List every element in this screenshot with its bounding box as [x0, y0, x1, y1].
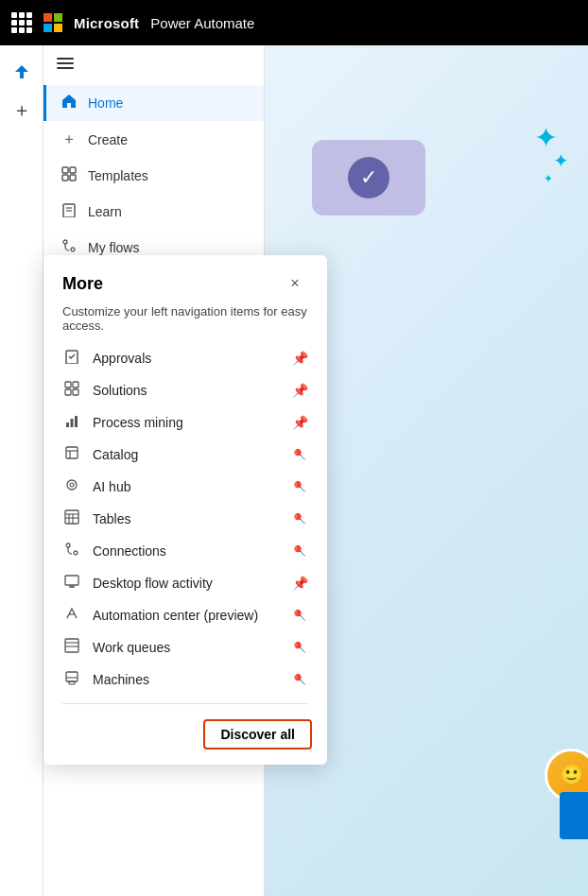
more-item-desktop-flow-label: Desktop flow activity: [93, 576, 213, 591]
nav-item-templates[interactable]: Templates: [43, 158, 264, 194]
more-item-solutions-label: Solutions: [93, 383, 147, 398]
pin-icon-process-mining[interactable]: 📌: [292, 415, 308, 430]
nav-item-learn[interactable]: Learn: [43, 194, 264, 230]
solutions-item-icon: [62, 381, 81, 400]
discover-all-button[interactable]: Discover all: [203, 719, 312, 750]
add-button[interactable]: ＋: [5, 93, 39, 127]
machines-item-icon: [62, 670, 81, 689]
svg-rect-48: [65, 639, 78, 652]
svg-rect-26: [73, 382, 78, 388]
pin-icon-approvals[interactable]: 📌: [292, 351, 308, 366]
learn-icon: [60, 202, 78, 221]
svg-point-10: [63, 240, 67, 244]
more-item-machines-label: Machines: [93, 672, 149, 687]
svg-rect-29: [66, 422, 69, 427]
more-item-automation-center-label: Automation center (preview): [93, 608, 258, 623]
more-panel: More × Customize your left navigation it…: [43, 255, 327, 765]
more-item-process-mining[interactable]: Process mining 📌: [51, 406, 320, 439]
svg-rect-44: [65, 576, 78, 585]
more-item-catalog[interactable]: Catalog 📍: [51, 439, 320, 471]
nav-label-home: Home: [88, 95, 123, 111]
more-item-ai-hub[interactable]: AI hub 📍: [51, 471, 320, 503]
app-launcher-button[interactable]: [11, 12, 32, 33]
more-item-desktop-flow-activity[interactable]: Desktop flow activity 📌: [51, 567, 320, 599]
pin-icon-desktop-flow[interactable]: 📌: [292, 576, 308, 591]
more-item-tables-label: Tables: [93, 511, 130, 526]
svg-rect-4: [70, 167, 76, 173]
catalog-item-icon: [62, 445, 81, 464]
svg-rect-30: [71, 419, 74, 427]
more-item-ai-hub-label: AI hub: [93, 479, 130, 494]
automation-center-item-icon: [62, 606, 81, 625]
nav-label-templates: Templates: [88, 168, 148, 183]
more-panel-divider: [62, 703, 308, 704]
create-icon: ＋: [60, 129, 78, 149]
pin-icon-connections[interactable]: 📍: [289, 540, 311, 561]
nav-label-learn: Learn: [88, 204, 122, 219]
more-item-tables[interactable]: Tables 📍: [51, 503, 320, 535]
desktop-flow-item-icon: [62, 574, 81, 593]
more-panel-description: Customize your left navigation items for…: [43, 304, 327, 342]
primary-nav: Home ＋ Create Templates: [43, 81, 264, 269]
hero-card: ✓: [312, 140, 425, 215]
home-icon: [60, 94, 78, 112]
svg-rect-5: [62, 175, 68, 181]
connections-item-icon: [62, 542, 81, 560]
more-item-solutions[interactable]: Solutions 📌: [51, 374, 320, 406]
more-panel-close-button[interactable]: ×: [282, 270, 308, 297]
power-automate-icon[interactable]: [5, 55, 39, 89]
nav-item-create[interactable]: ＋ Create: [43, 121, 264, 158]
more-item-connections[interactable]: Connections 📍: [51, 535, 320, 567]
topbar: Microsoft Power Automate: [0, 0, 588, 45]
svg-rect-52: [69, 681, 75, 684]
close-icon: ×: [290, 275, 299, 292]
work-queues-item-icon: [62, 638, 81, 657]
pin-icon-ai-hub[interactable]: 📍: [289, 475, 311, 497]
svg-point-35: [67, 480, 77, 490]
more-panel-footer: Discover all: [43, 712, 327, 750]
pin-icon-solutions[interactable]: 📌: [292, 383, 308, 398]
more-panel-title: More: [62, 274, 103, 294]
microsoft-logo: [43, 13, 62, 32]
svg-rect-32: [66, 447, 78, 458]
templates-icon: [60, 166, 78, 185]
sparkle-small: ✦: [553, 149, 569, 172]
app-name: Power Automate: [150, 15, 254, 31]
pin-icon-tables[interactable]: 📍: [289, 508, 311, 529]
svg-rect-28: [73, 389, 78, 395]
nav-label-my-flows: My flows: [88, 240, 139, 255]
tables-item-icon: [62, 509, 81, 528]
svg-point-42: [66, 543, 70, 547]
pin-icon-catalog[interactable]: 📍: [289, 443, 311, 465]
more-panel-items-list: Approvals 📌 Solutions 📌 Process mining 📌: [43, 342, 327, 696]
more-item-catalog-label: Catalog: [93, 447, 138, 462]
blue-decoration: [560, 792, 588, 839]
side-rail: ＋: [0, 45, 43, 896]
check-icon: ✓: [348, 157, 389, 198]
process-mining-item-icon: [62, 413, 81, 432]
pin-icon-work-queues[interactable]: 📍: [289, 636, 311, 658]
more-item-work-queues[interactable]: Work queues 📍: [51, 631, 320, 663]
pin-icon-machines[interactable]: 📍: [289, 668, 311, 690]
more-item-machines[interactable]: Machines 📍: [51, 663, 320, 696]
svg-rect-37: [65, 510, 78, 524]
hamburger-menu[interactable]: [43, 45, 264, 81]
svg-rect-6: [70, 175, 76, 181]
more-item-connections-label: Connections: [93, 543, 166, 559]
more-item-approvals-label: Approvals: [93, 351, 151, 366]
pin-icon-automation-center[interactable]: 📍: [289, 604, 311, 626]
more-item-approvals[interactable]: Approvals 📌: [51, 342, 320, 374]
more-item-work-queues-label: Work queues: [93, 640, 170, 655]
sparkle-tiny: ✦: [544, 172, 569, 185]
nav-item-home[interactable]: Home: [43, 85, 264, 121]
nav-label-create: Create: [88, 132, 128, 147]
svg-rect-1: [57, 62, 74, 64]
more-panel-header: More ×: [43, 255, 327, 304]
approvals-item-icon: [62, 349, 81, 368]
more-item-automation-center[interactable]: Automation center (preview) 📍: [51, 599, 320, 631]
more-item-process-mining-label: Process mining: [93, 415, 183, 430]
svg-point-36: [70, 483, 74, 487]
svg-point-43: [74, 551, 78, 555]
sparkle-decoration: ✦ ✦ ✦: [534, 121, 569, 185]
svg-rect-2: [57, 67, 74, 69]
